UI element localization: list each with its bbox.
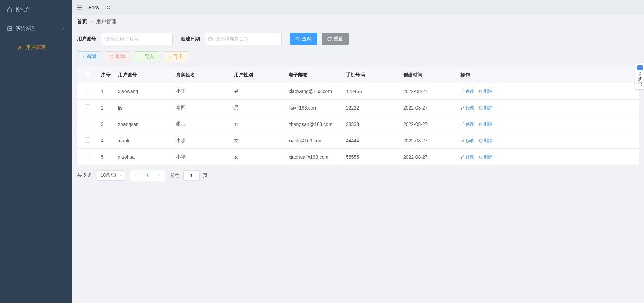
- delete-button[interactable]: 删除: [105, 51, 130, 62]
- cell-email: lisi@163.com: [285, 100, 342, 116]
- sidebar-item-system[interactable]: 系统管理: [0, 19, 72, 38]
- user-table: 序号 用户账号 真实姓名 用户性别 电子邮箱 手机号码 创建时间 操作 1xia…: [77, 67, 639, 165]
- row-delete-button[interactable]: 删除: [479, 154, 493, 160]
- plus-icon: +: [82, 54, 85, 59]
- next-page-button[interactable]: [153, 170, 165, 181]
- trash-icon: [479, 89, 483, 93]
- add-button[interactable]: + 新增: [77, 51, 101, 62]
- search-icon: [295, 37, 300, 41]
- sidebar-item-console[interactable]: 控制台: [0, 0, 72, 19]
- cell-index: 1: [98, 83, 115, 100]
- export-button[interactable]: 导出: [163, 51, 188, 62]
- account-input[interactable]: [101, 33, 173, 45]
- account-label: 用户账号: [77, 36, 96, 42]
- breadcrumb-sep: >: [90, 19, 93, 25]
- cell-account: xiaohua: [115, 149, 173, 165]
- cell-email: xiaohua@163.com: [285, 149, 342, 165]
- th-index: 序号: [98, 67, 115, 83]
- sidebar: 控制台 系统管理 用户管理: [0, 0, 72, 303]
- calendar-icon: [208, 37, 213, 41]
- page-number[interactable]: 1: [142, 170, 153, 181]
- row-edit-button[interactable]: 修改: [460, 154, 474, 160]
- goto-input[interactable]: [183, 170, 200, 181]
- row-delete-button[interactable]: 删除: [479, 121, 493, 127]
- pagination: 共 5 条 10条/页 ▾ 1 前往 页: [77, 170, 639, 181]
- th-created: 创建时间: [400, 67, 457, 83]
- th-email: 电子邮箱: [285, 67, 342, 83]
- edit-icon: [460, 89, 465, 93]
- cell-gender: 男: [231, 100, 285, 116]
- toolbar: + 新增 删除 导入 导出: [77, 51, 639, 62]
- upload-icon: [139, 55, 143, 59]
- app-title: Easy - PC: [89, 5, 110, 10]
- th-account: 用户账号: [115, 67, 173, 83]
- row-edit-button[interactable]: 修改: [460, 105, 474, 111]
- cell-account: xiaowang: [115, 83, 173, 100]
- breadcrumb-home[interactable]: 首页: [77, 18, 87, 25]
- trash-icon: [479, 122, 483, 126]
- svg-point-1: [19, 46, 20, 48]
- checkbox-row[interactable]: [85, 88, 90, 93]
- trash-icon: [479, 106, 483, 110]
- note-icon: [637, 65, 643, 70]
- cell-realname: 李四: [173, 100, 231, 116]
- cell-index: 3: [98, 116, 115, 132]
- row-edit-button[interactable]: 修改: [460, 138, 474, 144]
- edit-icon: [460, 106, 465, 110]
- cell-phone: 33333: [342, 116, 400, 132]
- cell-created: 2022-08-27: [400, 149, 457, 165]
- row-edit-button[interactable]: 修改: [460, 88, 474, 95]
- cell-index: 2: [98, 100, 115, 116]
- cell-created: 2022-08-27: [400, 132, 457, 149]
- checkbox-all[interactable]: [85, 72, 90, 77]
- reset-button[interactable]: 重置: [322, 33, 349, 45]
- cell-email: xiaowang@163.com: [285, 83, 342, 100]
- cell-email: xiaoli@163.com: [285, 132, 342, 149]
- query-button[interactable]: 查询: [290, 33, 317, 45]
- user-icon: [17, 45, 23, 50]
- table-row: 1xiaowang小王男xiaowang@163.com1234562022-0…: [77, 83, 639, 100]
- chevron-down-icon: ▾: [120, 173, 122, 178]
- chart-icon: [7, 26, 12, 31]
- trash-icon: [479, 155, 483, 159]
- edit-icon: [460, 122, 465, 126]
- row-edit-button[interactable]: 修改: [460, 121, 474, 127]
- svg-rect-5: [209, 38, 213, 41]
- content: 用户账号 创建日期 查询 重置 + 新增: [72, 28, 644, 303]
- prev-page-button[interactable]: [130, 170, 142, 181]
- date-input[interactable]: [205, 33, 282, 45]
- hamburger-icon[interactable]: [76, 4, 83, 11]
- breadcrumb-current: 用户管理: [96, 18, 116, 25]
- import-button[interactable]: 导入: [134, 51, 159, 62]
- search-row: 用户账号 创建日期 查询 重置: [77, 33, 639, 45]
- row-delete-button[interactable]: 删除: [479, 138, 493, 144]
- th-gender: 用户性别: [231, 67, 285, 83]
- checkbox-row[interactable]: [85, 104, 90, 110]
- checkbox-row[interactable]: [85, 121, 90, 126]
- cell-realname: 小李: [173, 132, 231, 149]
- row-delete-button[interactable]: 删除: [479, 105, 493, 111]
- cell-phone: 44444: [342, 132, 400, 149]
- cell-created: 2022-08-27: [400, 100, 457, 116]
- main: Easy - PC 首页 > 用户管理 用户账号 创建日期 查询 重置: [72, 0, 644, 303]
- cell-gender: 女: [231, 116, 285, 132]
- refresh-icon: [327, 37, 332, 41]
- sidebar-item-label: 用户管理: [26, 45, 45, 51]
- cell-phone: 55555: [342, 149, 400, 165]
- checkbox-row[interactable]: [85, 154, 90, 159]
- cell-gender: 女: [231, 132, 285, 149]
- cell-realname: 张三: [173, 116, 231, 132]
- goto-wrap: 前往 页: [170, 170, 208, 181]
- float-tab[interactable]: C 笔 记: [635, 63, 644, 90]
- checkbox-row[interactable]: [85, 137, 90, 143]
- cell-phone: 123456: [342, 83, 400, 100]
- cell-gender: 女: [231, 149, 285, 165]
- svg-line-10: [299, 40, 300, 41]
- sidebar-item-label: 系统管理: [16, 26, 35, 32]
- row-delete-button[interactable]: 删除: [479, 88, 493, 95]
- cell-email: zhangsan@163.com: [285, 116, 342, 132]
- page-size-select[interactable]: 10条/页 ▾: [97, 170, 125, 181]
- sidebar-item-user-mgmt[interactable]: 用户管理: [0, 38, 72, 57]
- total-text: 共 5 条: [77, 172, 92, 178]
- cell-created: 2022-08-27: [400, 83, 457, 100]
